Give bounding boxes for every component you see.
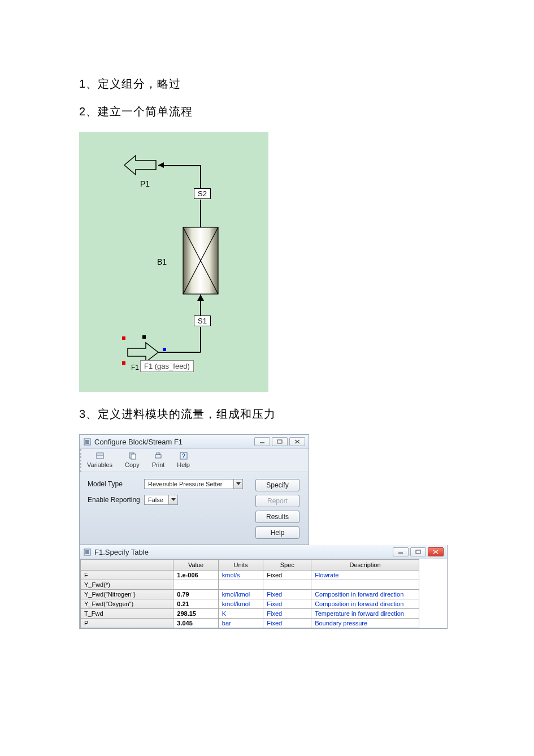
table-row[interactable]: F 1.e-006 kmol/s Fixed Flowrate (81, 571, 419, 580)
col-description-header: Description (311, 560, 419, 571)
variables-icon (95, 451, 105, 460)
svg-rect-16 (157, 453, 160, 455)
feed-label-box[interactable]: F1 (gas_feed) (140, 360, 194, 372)
help-icon: ? (179, 451, 188, 460)
table-row[interactable]: P 3.045 bar Fixed Boundary pressure (81, 619, 419, 628)
svg-text:?: ? (182, 453, 185, 459)
window-icon (83, 438, 91, 446)
minimize-button[interactable] (254, 437, 270, 446)
flowchart-canvas: P1 S2 B1 (79, 132, 268, 392)
toolbar-variables[interactable]: Variables (87, 451, 112, 468)
toolbar-copy-label: Copy (125, 461, 140, 468)
svg-rect-6 (85, 440, 89, 444)
svg-rect-22 (85, 550, 89, 554)
toolbar-help-label: Help (177, 461, 190, 468)
enable-reporting-dropdown[interactable]: False (144, 495, 178, 505)
model-type-value: Reversible Pressure Setter (145, 481, 225, 487)
print-icon (154, 451, 163, 460)
model-type-label: Model Type (88, 480, 144, 488)
toolbar-help[interactable]: ? Help (177, 451, 190, 468)
table-row[interactable]: Y_Fwd("Nitrogen") 0.79 kmol/kmol Fixed C… (81, 590, 419, 599)
table-header-row: Value Units Spec Description (81, 560, 419, 571)
col-spec-header: Spec (263, 560, 311, 571)
col-units-header: Units (218, 560, 263, 571)
toolbar-copy[interactable]: Copy (125, 451, 140, 468)
configure-toolbar: Variables Copy Print ? Help (80, 449, 309, 472)
report-button[interactable]: Report (255, 495, 299, 507)
svg-rect-14 (131, 454, 136, 459)
label-p1: P1 (140, 179, 150, 188)
step-2-text: 2、建立一个简单流程 (79, 104, 455, 119)
dropdown-arrow-icon (168, 495, 177, 504)
label-f1: F1 (131, 364, 139, 371)
svg-rect-8 (277, 440, 282, 443)
step-3-text: 3、定义进料模块的流量，组成和压力 (79, 407, 455, 422)
window-icon (83, 548, 91, 556)
svg-rect-15 (155, 455, 161, 458)
toolbar-variables-label: Variables (87, 461, 112, 468)
stream-s1-box[interactable]: S1 (194, 316, 211, 326)
configure-title: Configure Block/Stream F1 (94, 438, 254, 446)
close-button[interactable] (428, 547, 444, 556)
configure-titlebar[interactable]: Configure Block/Stream F1 (80, 435, 309, 449)
toolbar-print-label: Print (152, 461, 165, 468)
dropdown-arrow-icon (233, 479, 242, 489)
specify-title: F1.Specify Table (94, 548, 393, 556)
toolbar-print[interactable]: Print (152, 451, 165, 468)
specify-table[interactable]: Value Units Spec Description F 1.e-006 k… (80, 559, 419, 628)
svg-marker-0 (124, 155, 156, 175)
close-button[interactable] (289, 437, 305, 446)
table-row[interactable]: Y_Fwd("Oxygen") 0.21 kmol/kmol Fixed Com… (81, 599, 419, 609)
svg-marker-20 (171, 498, 176, 501)
label-b1: B1 (157, 257, 167, 266)
step-1-text: 1、定义组分，略过 (79, 76, 455, 92)
enable-reporting-value: False (145, 496, 167, 503)
enable-reporting-label: Enable Reporting (88, 496, 144, 504)
stream-s2-box[interactable]: S2 (194, 188, 211, 199)
configure-window: Configure Block/Stream F1 Variables Copy (79, 434, 309, 545)
specify-titlebar[interactable]: F1.Specify Table (80, 545, 447, 559)
table-row[interactable]: Y_Fwd(*) (81, 580, 419, 590)
minimize-button[interactable] (393, 547, 409, 556)
svg-marker-4 (128, 343, 158, 362)
svg-rect-11 (97, 453, 103, 459)
maximize-button[interactable] (410, 547, 426, 556)
svg-marker-19 (236, 482, 241, 485)
col-value-header: Value (173, 560, 219, 571)
specify-button[interactable]: Specify (255, 479, 299, 491)
copy-icon (128, 451, 137, 460)
model-type-dropdown[interactable]: Reversible Pressure Setter (144, 479, 243, 489)
product-arrow-icon (124, 154, 158, 176)
svg-rect-24 (416, 550, 420, 554)
table-row[interactable]: T_Fwd 298.15 K Fixed Temperature in forw… (81, 609, 419, 619)
col-name-header (81, 560, 173, 571)
help-button[interactable]: Help (255, 526, 299, 539)
maximize-button[interactable] (272, 437, 288, 446)
block-b1-icon[interactable] (183, 227, 219, 295)
results-button[interactable]: Results (255, 511, 299, 523)
specify-table-window: F1.Specify Table Value Units Spec (79, 545, 448, 629)
